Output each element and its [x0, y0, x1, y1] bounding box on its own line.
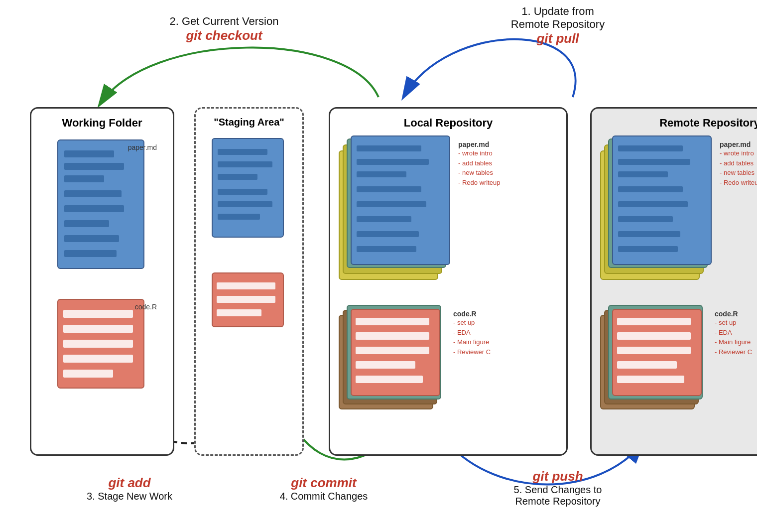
working-code-label: code.R	[135, 303, 157, 311]
remote-code-annotation: code.R - set up - EDA - Main figure - Re…	[715, 310, 752, 357]
local-paper-annotation: paper.md - wrote intro - add tables - ne…	[458, 140, 501, 187]
local-repo-title: Local Repository	[335, 117, 561, 130]
step2-label: 2. Get Current Version git checkout	[139, 15, 309, 43]
step3-label: git add 3. Stage New Work	[65, 475, 194, 502]
working-paper-label: paper.md	[128, 143, 157, 151]
local-repo-box: Local Repository	[329, 107, 568, 456]
working-folder-title: Working Folder	[36, 117, 168, 130]
remote-repo-box: Remote Repository	[590, 107, 757, 456]
staging-area-box: "Staging Area"	[194, 107, 304, 456]
remote-repo-title: Remote Repository	[597, 117, 757, 130]
diagram-container: 2. Get Current Version git checkout 1. U…	[0, 0, 757, 532]
step1-label: 1. Update from Remote Repository git pul…	[473, 5, 642, 46]
step4-label: git commit 4. Commit Changes	[259, 475, 388, 502]
staging-area-title: "Staging Area"	[201, 117, 297, 128]
working-folder-box: Working Folder paper.md	[30, 107, 174, 456]
remote-paper-annotation: paper.md - wrote intro - add tables - ne…	[720, 140, 757, 187]
local-code-annotation: code.R - set up - EDA - Main figure - Re…	[453, 310, 491, 357]
step5-label: git push 5. Send Changes to Remote Repos…	[478, 469, 637, 507]
